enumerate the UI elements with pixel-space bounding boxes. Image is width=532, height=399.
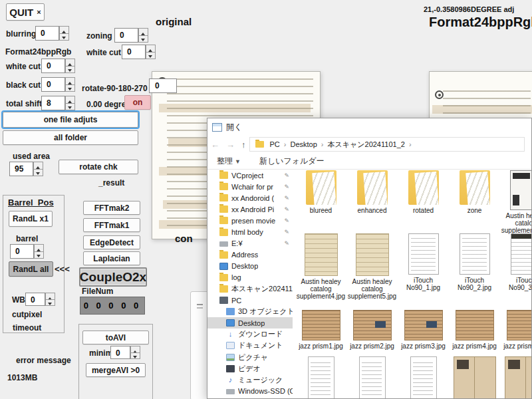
tree-item--2024111[interactable]: 本スキャン2024111 xyxy=(207,283,293,295)
file-item[interactable] xyxy=(449,356,500,398)
quit-button[interactable]: QUIT × xyxy=(6,3,45,21)
tree-item-e-[interactable]: E:¥✎ xyxy=(207,238,293,249)
dialog-titlebar[interactable]: 開く xyxy=(207,118,531,136)
tree-item-xx-andoroid-[interactable]: xx Andoroid (✎ xyxy=(207,192,293,203)
wb-updown[interactable] xyxy=(45,293,55,306)
tree-item-pc[interactable]: PC xyxy=(207,295,293,306)
blurring-updown[interactable] xyxy=(59,26,69,41)
rotate-input[interactable]: 0 xyxy=(149,78,177,93)
breadcrumb-item[interactable]: 本スキャン20241101_2 xyxy=(324,140,408,150)
forward-icon[interactable]: → xyxy=(226,140,235,150)
randl-x1-button[interactable]: RandL x1 xyxy=(9,211,53,227)
rotate-chk-button[interactable]: rotate chk xyxy=(59,160,138,174)
all-folder-button[interactable]: all folder xyxy=(3,130,138,145)
wb-stepper[interactable]: 0 xyxy=(25,293,55,306)
total-shift-updown[interactable] xyxy=(65,96,75,110)
tree-item-xx-android-pi[interactable]: xx Android Pi✎ xyxy=(207,203,293,215)
tree-item-html-body[interactable]: html body✎ xyxy=(207,226,293,237)
white-cut-updown[interactable] xyxy=(65,59,75,73)
edgedetect-button[interactable]: EdgeDetect xyxy=(83,235,140,249)
tree-item-presen-movie[interactable]: presen movie✎ xyxy=(207,215,293,226)
blurring-stepper[interactable]: 0 xyxy=(35,26,69,41)
file-item[interactable]: rotated xyxy=(398,170,449,214)
tree-item-label: ピクチャ xyxy=(238,352,268,362)
white-cut-right-updown[interactable] xyxy=(146,45,156,59)
tree-item-log[interactable]: log xyxy=(207,272,293,283)
tree-item-vcproject[interactable]: VCproject✎ xyxy=(207,170,293,181)
file-thumbnail xyxy=(507,310,532,340)
tree-item--d-[interactable]: ボリューム (D: xyxy=(207,397,293,398)
used-area-value[interactable]: 95 xyxy=(9,162,33,176)
black-cut-updown[interactable] xyxy=(65,77,75,92)
file-item[interactable]: enhanced xyxy=(346,170,398,214)
organize-menu[interactable]: 整理▼ xyxy=(217,156,241,167)
mergeavi-button[interactable]: mergeAVI >0 xyxy=(86,363,146,377)
minim-stepper[interactable]: 0 xyxy=(110,346,140,359)
file-item[interactable]: zone xyxy=(449,170,500,214)
file-item[interactable]: Austin healey catalog supplement4.jpg xyxy=(295,233,346,300)
file-item[interactable]: jazz prism4.jpg xyxy=(449,310,500,350)
tree-item-3d-[interactable]: 3D オブジェクト xyxy=(207,306,293,317)
white-cut-right-value[interactable]: 0 xyxy=(122,45,146,59)
zoning-value[interactable]: 0 xyxy=(114,28,138,43)
total-shift-value[interactable]: 8 xyxy=(41,96,65,110)
tree-item-wchair-for-pr[interactable]: Wchair for pr✎ xyxy=(207,181,293,192)
barrel-updown[interactable] xyxy=(34,244,44,259)
toavi-button[interactable]: toAVI xyxy=(82,331,149,344)
tree-item-label: 3D オブジェクト xyxy=(238,307,293,317)
tree-item-address[interactable]: Address xyxy=(207,249,293,261)
file-item[interactable] xyxy=(500,356,531,398)
file-item[interactable]: Austin healey catalog supplement1.jpg xyxy=(500,170,531,234)
black-cut-value[interactable]: 0 xyxy=(41,77,65,92)
file-item[interactable]: iTouch No90_3.jpg xyxy=(500,233,531,291)
tree-item-desktop[interactable]: Desktop xyxy=(207,261,293,272)
breadcrumb-item[interactable]: Desktop xyxy=(287,140,320,148)
file-item[interactable]: jazz prism2.jpg xyxy=(346,310,398,350)
up-icon[interactable]: ↑ xyxy=(241,140,246,150)
file-item[interactable] xyxy=(346,356,398,398)
tree-item--[interactable]: ♪ミュージック xyxy=(207,374,293,386)
tree-item--[interactable]: ピクチャ xyxy=(207,352,293,363)
zoning-updown[interactable] xyxy=(138,28,148,43)
fftmak2-button[interactable]: FFTmak2 xyxy=(83,201,140,215)
tree-item-windows-ssd-c-[interactable]: Windows-SSD (C: xyxy=(207,386,293,397)
randl-all-button[interactable]: RandL all xyxy=(9,261,53,277)
tree-item-desktop[interactable]: Desktop xyxy=(207,317,293,329)
back-icon[interactable]: ← xyxy=(211,140,219,150)
coupleo2x-button[interactable]: CoupleO2x xyxy=(79,267,147,287)
file-item[interactable]: jazz prism1.jpg xyxy=(295,310,346,350)
file-item[interactable]: jazz prism5.jpg xyxy=(500,310,531,350)
file-item[interactable]: Austin healey catalog supplement5.jpg xyxy=(346,233,398,300)
tree-item--[interactable]: ビデオ xyxy=(207,363,293,374)
used-area-updown[interactable] xyxy=(33,162,43,176)
white-cut-value[interactable]: 0 xyxy=(41,59,65,73)
fftmak1-button[interactable]: FFTmak1 xyxy=(83,218,140,232)
file-item[interactable]: iTouch No90_2.jpg xyxy=(449,233,500,291)
new-folder-button[interactable]: 新しいフォルダー xyxy=(259,156,325,167)
file-item[interactable]: blureed xyxy=(295,170,346,214)
one-file-adjust-button[interactable]: one file adjuts xyxy=(3,112,138,128)
laplacian-button[interactable]: Laplacian xyxy=(83,251,140,265)
white-cut-right-stepper[interactable]: 0 xyxy=(122,45,156,59)
tree-item--[interactable]: ↓ダウンロード xyxy=(207,329,293,340)
file-item[interactable]: iTouch No90_1.jpg xyxy=(398,233,449,291)
zoning-stepper[interactable]: 0 xyxy=(114,28,148,43)
wb-value[interactable]: 0 xyxy=(25,293,45,306)
file-item[interactable]: jazz prism3.jpg xyxy=(398,310,449,350)
file-item[interactable] xyxy=(295,356,346,398)
white-cut-stepper[interactable]: 0 xyxy=(41,59,75,73)
breadcrumb-item[interactable]: PC xyxy=(267,140,283,148)
total-shift-stepper[interactable]: 8 xyxy=(41,96,75,110)
blurring-value[interactable]: 0 xyxy=(35,26,59,41)
folder-icon xyxy=(219,217,228,224)
barrel-value[interactable]: 0 xyxy=(10,244,34,259)
minim-value[interactable]: 0 xyxy=(110,346,130,359)
barrel-stepper[interactable]: 0 xyxy=(10,244,44,259)
black-cut-stepper[interactable]: 0 xyxy=(41,77,75,92)
breadcrumb[interactable]: PC›Desktop›本スキャン20241101_2› xyxy=(249,137,525,152)
used-area-stepper[interactable]: 95 xyxy=(9,162,43,176)
file-item[interactable] xyxy=(398,356,449,398)
on-button[interactable]: on xyxy=(124,95,151,110)
tree-item--[interactable]: ドキュメント xyxy=(207,340,293,351)
minim-updown[interactable] xyxy=(130,346,140,359)
